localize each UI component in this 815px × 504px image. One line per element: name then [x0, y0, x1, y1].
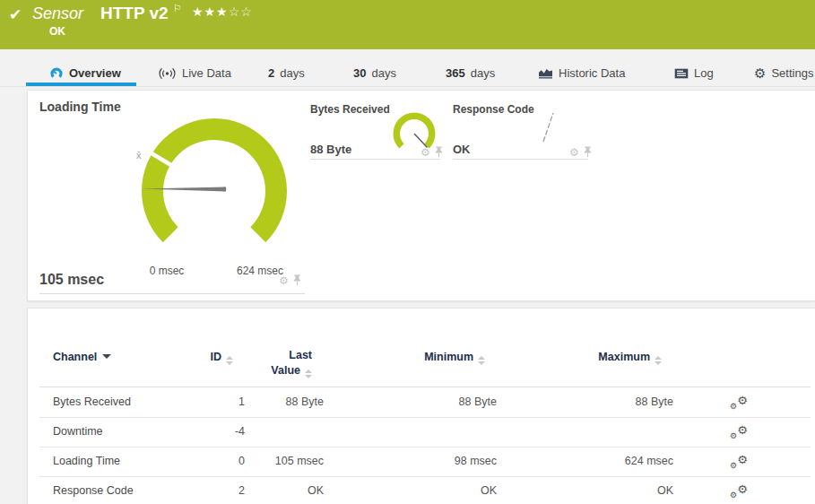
channel-maximum: 88 Byte	[545, 387, 673, 417]
sort-icon	[655, 356, 662, 365]
gear-icon[interactable]: ⚙	[279, 275, 289, 286]
loading-time-gauge	[133, 115, 296, 260]
table-row[interactable]: Response Code 2 OK OK OK ⚙⚙	[39, 476, 811, 504]
stars-empty[interactable]: ☆☆	[229, 4, 253, 19]
loading-time-panel-controls: ⚙	[279, 274, 301, 286]
flag-icon[interactable]: ⚐	[173, 3, 182, 14]
gauge-scale-min: 0 msec	[143, 265, 190, 277]
tab-historic-data-label: Historic Data	[559, 60, 625, 86]
tab-log[interactable]: Log	[674, 60, 714, 86]
channel-table-card: Channel ID Last Value Minimum Maximum By…	[27, 308, 815, 504]
pin-icon[interactable]	[293, 274, 301, 286]
priority-stars[interactable]: ★★★☆☆	[192, 4, 253, 19]
sensor-type-label: Sensor	[32, 4, 83, 23]
tab-365-days-number: 365	[446, 60, 465, 86]
tab-settings-label: Settings	[771, 60, 813, 86]
column-header-maximum[interactable]: Maximum	[533, 351, 662, 365]
panel-divider	[453, 159, 588, 160]
settings-gear-icon: ⚙	[754, 60, 766, 86]
response-code-value: OK	[453, 143, 471, 156]
column-header-channel-label: Channel	[53, 351, 97, 363]
channel-last-value: 105 msec	[248, 447, 324, 476]
channel-id: 2	[153, 476, 245, 504]
table-row[interactable]: Downtime -4 ⚙⚙	[39, 417, 811, 448]
tab-2-days-label: days	[280, 60, 304, 86]
channel-minimum: 88 Byte	[368, 387, 497, 417]
channel-name[interactable]: Downtime	[53, 417, 103, 447]
loading-time-panel-title: Loading Time	[39, 100, 121, 114]
status-check-icon: ✔	[9, 5, 22, 24]
channel-minimum: 98 msec	[368, 447, 497, 476]
pin-icon[interactable]	[584, 146, 592, 158]
bytes-received-panel-controls: ⚙	[421, 146, 443, 158]
tab-2-days[interactable]: 2 days	[268, 60, 305, 86]
channel-maximum: 624 msec	[545, 447, 673, 476]
sensor-title: HTTP v2	[100, 4, 169, 23]
channel-id: 1	[153, 387, 245, 417]
bytes-received-value: 88 Byte	[310, 143, 351, 156]
tab-live-data-label: Live Data	[182, 60, 231, 86]
sort-icon	[305, 369, 312, 378]
tabbar-divider	[0, 86, 815, 87]
column-header-channel[interactable]: Channel	[53, 351, 111, 363]
pin-icon[interactable]	[435, 146, 443, 158]
loading-time-value: 105 msec	[39, 272, 104, 288]
tab-2-days-number: 2	[268, 60, 274, 86]
sensor-header: ✔ Sensor HTTP v2 ⚐ ★★★☆☆ OK	[0, 0, 815, 49]
response-code-gauge	[536, 108, 558, 145]
channel-minimum: OK	[368, 476, 497, 504]
gear-icon[interactable]: ⚙	[421, 147, 430, 158]
column-header-id-label: ID	[211, 351, 222, 363]
channel-last-value: 88 Byte	[248, 387, 324, 417]
channel-settings-gears-icon[interactable]: ⚙⚙	[730, 454, 748, 470]
gauge-needle	[543, 113, 553, 142]
sort-desc-icon	[102, 354, 111, 359]
panel-divider	[310, 159, 440, 160]
tab-30-days-label: days	[371, 60, 395, 86]
response-code-panel-title: Response Code	[453, 103, 534, 116]
panel-divider	[39, 293, 305, 294]
tab-30-days-number: 30	[353, 60, 366, 86]
channel-last-value: OK	[248, 476, 324, 504]
column-header-maximum-label: Maximum	[598, 351, 650, 363]
channel-id: 0	[153, 447, 245, 476]
tab-log-label: Log	[694, 60, 714, 86]
gauge-icon	[49, 66, 64, 80]
column-header-minimum[interactable]: Minimum	[357, 351, 485, 365]
sort-icon	[478, 356, 485, 365]
log-icon	[674, 68, 689, 79]
channel-settings-gears-icon[interactable]: ⚙⚙	[730, 395, 748, 411]
tab-365-days[interactable]: 365 days	[446, 60, 495, 86]
gauge-mean-marker: x̄	[136, 150, 142, 161]
sort-icon	[226, 356, 233, 365]
channel-settings-gears-icon[interactable]: ⚙⚙	[730, 424, 748, 440]
column-header-minimum-label: Minimum	[424, 351, 473, 363]
channel-name[interactable]: Response Code	[53, 476, 134, 504]
tab-live-data[interactable]: Live Data	[158, 60, 231, 86]
gear-icon[interactable]: ⚙	[569, 147, 579, 158]
tab-365-days-label: days	[471, 60, 495, 86]
bytes-received-panel-title: Bytes Received	[310, 103, 390, 116]
channel-id: -4	[153, 417, 245, 447]
channel-settings-gears-icon[interactable]: ⚙⚙	[730, 483, 748, 500]
status-badge: OK	[49, 25, 65, 38]
response-code-panel-controls: ⚙	[569, 146, 592, 158]
channel-name[interactable]: Bytes Received	[53, 387, 131, 417]
tab-30-days[interactable]: 30 days	[353, 60, 396, 86]
live-data-icon	[158, 67, 177, 80]
historic-chart-icon	[538, 67, 553, 79]
table-row[interactable]: Loading Time 0 105 msec 98 msec 624 msec…	[39, 447, 811, 477]
table-row[interactable]: Bytes Received 1 88 Byte 88 Byte 88 Byte…	[39, 387, 811, 418]
channel-name[interactable]: Loading Time	[53, 447, 120, 476]
active-tab-underline	[26, 83, 136, 86]
column-header-last-value[interactable]: Last Value	[258, 348, 312, 378]
stars-filled[interactable]: ★★★	[192, 4, 229, 19]
column-header-id[interactable]: ID	[142, 351, 233, 365]
tab-historic-data[interactable]: Historic Data	[538, 60, 625, 86]
channel-maximum: OK	[545, 476, 673, 504]
tab-settings[interactable]: ⚙ Settings	[754, 60, 813, 86]
